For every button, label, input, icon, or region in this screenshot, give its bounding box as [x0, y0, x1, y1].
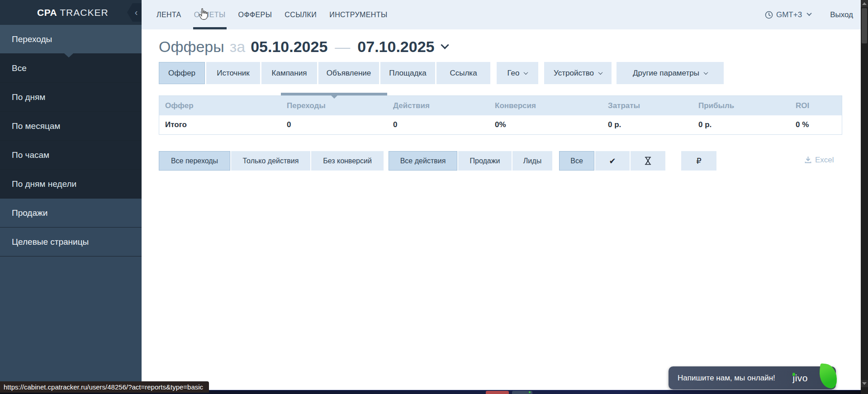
tab-label: Оффер [168, 69, 195, 78]
table-row-totals: Итого 0 0 0% 0 р. 0 р. 0 % [159, 115, 842, 134]
tab-label: Площадка [389, 69, 426, 78]
triangle-down-icon [862, 382, 867, 385]
clock-icon [765, 11, 773, 19]
sidebar-item-by-months[interactable]: По месяцам [0, 112, 142, 141]
column-header-profit[interactable]: Прибыль [693, 96, 790, 115]
filter-label: Продажи [470, 157, 500, 165]
column-header-offer[interactable]: Оффер [159, 96, 281, 115]
timezone-value: GMT+3 [776, 10, 802, 19]
logout-button[interactable]: Выход [830, 10, 853, 19]
column-label: Оффер [165, 101, 194, 110]
column-header-transitions[interactable]: Переходы [281, 96, 387, 115]
dimension-tab-offer[interactable]: Оффер [159, 62, 205, 84]
column-label: ROI [796, 101, 809, 110]
tab-label: ИНСТРУМЕНТЫ [329, 11, 387, 19]
filter-label: Без конверсий [323, 157, 372, 165]
sidebar-item-label: По часам [12, 150, 49, 160]
dimension-tab-placement[interactable]: Площадка [380, 62, 435, 84]
totals-costs: 0 р. [602, 115, 693, 134]
scroll-down-button[interactable] [861, 380, 868, 387]
sidebar-item-landing-pages[interactable]: Целевые страницы [0, 228, 142, 256]
sidebar-item-by-days[interactable]: По дням [0, 83, 142, 112]
filter-label: Только действия [243, 157, 299, 165]
filter-status-pending[interactable] [631, 151, 665, 171]
tab-links[interactable]: ССЫЛКИ [285, 0, 317, 29]
sidebar-nav: Переходы Все По дням По месяцам По часам… [0, 25, 142, 256]
filter-label: Все [570, 157, 583, 165]
filter-sales[interactable]: Продажи [458, 151, 512, 171]
filter-all-actions[interactable]: Все действия [389, 151, 457, 171]
column-label: Переходы [287, 101, 326, 110]
timezone-selector[interactable]: GMT+3 [765, 10, 811, 19]
app-logo[interactable]: CPATRACKER [37, 7, 109, 18]
chevron-down-icon [524, 70, 528, 75]
sidebar-item-label: По дням недели [12, 179, 76, 189]
ruble-icon: ₽ [696, 156, 701, 166]
table-header-row: Оффер Переходы Действия Конверсия Затрат… [159, 96, 842, 115]
sidebar-item-transitions[interactable]: Переходы [0, 25, 142, 54]
tab-tools[interactable]: ИНСТРУМЕНТЫ [329, 0, 387, 29]
totals-transitions: 0 [281, 115, 387, 134]
bottom-red-chip [486, 391, 509, 394]
column-header-costs[interactable]: Затраты [602, 96, 693, 115]
topbar-right: GMT+3 Выход [765, 0, 861, 29]
filter-currency-ruble[interactable]: ₽ [681, 151, 716, 171]
scroll-up-button[interactable] [861, 0, 868, 7]
export-excel-link[interactable]: Excel [804, 156, 834, 165]
sidebar-item-all[interactable]: Все [0, 54, 142, 83]
dimension-tab-source[interactable]: Источник [206, 62, 260, 84]
status-url: https://cabinet.cpatracker.ru/users/4825… [4, 383, 203, 391]
page-scrollbar[interactable] [861, 0, 868, 394]
date-to: 07.10.2025 [357, 38, 434, 56]
tab-feed[interactable]: ЛЕНТА [157, 0, 181, 29]
filter-all-transitions[interactable]: Все переходы [159, 151, 230, 171]
tab-label: ОФФЕРЫ [238, 11, 272, 19]
chevron-down-icon [598, 70, 603, 75]
totals-conversion: 0% [489, 115, 602, 134]
check-icon: ✔ [609, 156, 616, 166]
dimension-tab-ad[interactable]: Объявление [318, 62, 379, 84]
column-header-conversion[interactable]: Конверсия [489, 96, 602, 115]
sidebar-item-sales[interactable]: Продажи [0, 199, 142, 228]
tab-reports[interactable]: ОТЧЕТЫ [194, 0, 226, 29]
column-header-actions[interactable]: Действия [387, 96, 489, 115]
column-label: Конверсия [495, 101, 536, 110]
tab-label: Ссылка [450, 69, 477, 78]
filter-status-approved[interactable]: ✔ [595, 151, 630, 171]
scrollbar-thumb[interactable] [862, 8, 867, 43]
top-nav: ЛЕНТА ОТЧЕТЫ ОФФЕРЫ ССЫЛКИ ИНСТРУМЕНТЫ [142, 0, 400, 29]
chat-message: Напишите нам, мы онлайн! [678, 374, 775, 383]
dimension-tab-campaign[interactable]: Кампания [261, 62, 317, 84]
dimension-tab-link[interactable]: Ссылка [436, 62, 490, 84]
device-dropdown[interactable]: Устройство [544, 62, 612, 84]
chevron-left-icon: ‹ [135, 7, 138, 18]
filter-leads[interactable]: Лиды [512, 151, 552, 171]
logo-bold: CPA [37, 7, 57, 18]
jivo-leaf-icon [818, 363, 838, 389]
tab-label: ЛЕНТА [157, 11, 181, 19]
filter-label: Лиды [523, 157, 541, 165]
date-from: 05.10.2025 [251, 38, 327, 56]
browser-status-bar: https://cabinet.cpatracker.ru/users/4825… [0, 381, 209, 393]
sidebar-collapse-button[interactable]: ‹ [127, 3, 142, 22]
filter-status-all[interactable]: Все [559, 151, 594, 171]
report-title[interactable]: Офферы за 05.10.2025 — 07.10.2025 [159, 38, 448, 56]
filter-only-actions[interactable]: Только действия [231, 151, 310, 171]
geo-dropdown[interactable]: Гео [497, 62, 538, 84]
column-header-roi[interactable]: ROI [790, 96, 842, 115]
sidebar-item-label: Продажи [12, 208, 47, 218]
filter-label: Все переходы [171, 157, 218, 165]
chevron-down-icon [703, 70, 708, 75]
chevron-down-icon[interactable] [441, 41, 449, 49]
sidebar-item-by-weekdays[interactable]: По дням недели [0, 170, 142, 199]
filter-no-conversions[interactable]: Без конверсий [311, 151, 384, 171]
totals-actions: 0 [387, 115, 489, 134]
tab-label: ССЫЛКИ [285, 11, 317, 19]
other-params-dropdown[interactable]: Другие параметры [617, 62, 724, 84]
tab-offers[interactable]: ОФФЕРЫ [238, 0, 272, 29]
topbar: ЛЕНТА ОТЧЕТЫ ОФФЕРЫ ССЫЛКИ ИНСТРУМЕНТЫ G… [142, 0, 861, 29]
logo-rest: TRACKER [60, 7, 108, 18]
column-label: Действия [393, 101, 430, 110]
sidebar-item-by-hours[interactable]: По часам [0, 141, 142, 170]
chat-widget[interactable]: Напишите нам, мы онлайн! jivo [669, 366, 836, 389]
